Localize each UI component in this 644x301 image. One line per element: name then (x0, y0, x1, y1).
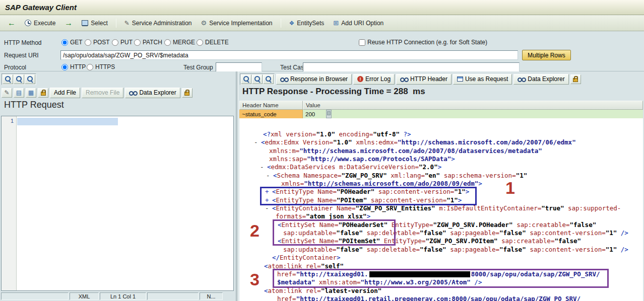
method-radio-get[interactable]: GET (61, 39, 83, 46)
search-button[interactable] (3, 74, 13, 84)
glasses-icon (518, 77, 526, 82)
method-radio-post[interactable]: POST (85, 39, 110, 46)
insert-row-button[interactable]: ▤ (14, 88, 24, 98)
xml-line: href="http://txaixegd01.retail.pregenera… (251, 295, 643, 301)
select-button[interactable]: Select (78, 17, 111, 29)
xml-token: xml version= (271, 130, 316, 138)
xml-token: Schema Namespace= (277, 172, 342, 179)
find-button[interactable] (14, 74, 24, 84)
xml-token: sap:supported- (564, 204, 621, 212)
request-data-explorer-button[interactable]: Data Explorer (125, 88, 180, 98)
forward-button[interactable]: → (61, 17, 76, 29)
xml-token: sap:creatable= (498, 237, 555, 245)
header-name-cell[interactable]: ~status_code (239, 110, 303, 118)
protocol-radio-http-input[interactable] (61, 64, 68, 70)
back-button[interactable]: ← (4, 17, 19, 29)
xml-token: /> (617, 229, 628, 237)
expand-node-icon[interactable]: + (265, 188, 272, 196)
method-radio-post-input[interactable] (85, 39, 91, 46)
xml-token: sap:content-version= (526, 246, 606, 253)
column-header-name[interactable]: Header Name (239, 101, 303, 110)
method-radio-put-input[interactable] (112, 39, 118, 46)
response-xml-body[interactable]: <?xml version="1.0" encoding="utf-8" ?>-… (239, 118, 643, 301)
add-file-button[interactable]: Add File (50, 88, 80, 98)
xml-line: <atom:link rel="self" (251, 262, 643, 270)
collapse-node-icon[interactable]: - (254, 138, 261, 146)
collapse-node-icon[interactable]: - (266, 172, 273, 180)
xml-token: < (261, 138, 265, 146)
find-button[interactable] (252, 74, 263, 84)
method-label-delete: DELETE (205, 39, 229, 46)
method-radio-merge-input[interactable] (164, 39, 171, 46)
service-implementation-button[interactable]: ⚙Service Implementation (198, 17, 276, 29)
error-log-label: Error Log (365, 76, 391, 83)
request-panel-title: HTTP Request (4, 100, 64, 110)
method-radio-delete[interactable]: DELETE (197, 39, 229, 46)
select-label: Select (91, 20, 107, 27)
test-group-input[interactable] (216, 62, 262, 72)
execute-button[interactable]: Execute (21, 17, 59, 29)
find-next-button[interactable] (263, 74, 274, 84)
xml-token: < (278, 237, 282, 245)
error-log-button[interactable]: Error Log (353, 74, 395, 85)
xml-token: xmlns= (281, 180, 304, 187)
monitor-icon (82, 20, 88, 26)
method-radio-get-input[interactable] (61, 39, 68, 46)
statusbar-format: XML (70, 292, 99, 300)
collapse-node-icon[interactable]: - (265, 204, 272, 212)
toolbar-separator (116, 19, 116, 28)
collapse-node-icon[interactable]: - (260, 163, 267, 171)
xml-token: "false" (420, 246, 446, 253)
protocol-radio-http[interactable]: HTTP (61, 63, 86, 70)
search-icon (5, 76, 12, 83)
statusbar-truncated: N... (200, 292, 223, 300)
method-label-patch: PATCH (143, 39, 162, 46)
method-radio-put[interactable]: PUT (112, 39, 133, 46)
find-next-button[interactable] (25, 74, 35, 84)
clock-icon (25, 20, 31, 26)
xml-line: -<edmx:Edmx Version="1.0" xmlns:edmx="ht… (251, 138, 643, 146)
protocol-radio-https-input[interactable] (87, 64, 93, 70)
entitysets-button[interactable]: ❖EntitySets (286, 17, 328, 29)
xml-token: "ZGW_PO_SRV.POItem" (426, 237, 498, 245)
xml-token: > (367, 212, 371, 220)
method-radio-merge[interactable]: MERGE (164, 39, 195, 46)
xml-token: "ZGW_PO_SRV.POHeader" (433, 221, 513, 229)
lock-button[interactable] (38, 88, 48, 98)
request-editor[interactable]: 1 (1, 116, 234, 291)
copy-row-button[interactable]: ▦ (26, 88, 36, 98)
response-in-browser-button[interactable]: Response in Browser (276, 74, 352, 85)
redaction-bar (369, 271, 470, 277)
request-lock-button[interactable] (182, 88, 192, 98)
xml-token: "true" (541, 204, 564, 212)
gear-icon: ⚙ (201, 20, 207, 26)
expand-node-icon[interactable]: + (265, 196, 272, 204)
method-radio-delete-input[interactable] (197, 39, 203, 46)
xml-token: sap:content-version= (374, 188, 454, 195)
add-uri-option-label: Add URI Option (341, 20, 383, 27)
request-uri-input[interactable] (60, 50, 518, 60)
xml-token: xmlns:sap= (269, 155, 307, 163)
table-scrollbar[interactable] (326, 110, 332, 118)
add-uri-option-button[interactable]: ⊞Add URI Option (330, 17, 387, 29)
xml-line: href="http://txaixegd01.8000/sap/opu/oda… (251, 270, 643, 278)
service-administration-button[interactable]: ✎Service Administration (121, 17, 196, 29)
xml-token: "false" (570, 221, 597, 229)
search-button[interactable] (241, 74, 251, 84)
multiple-rows-button[interactable]: Multiple Rows (522, 50, 571, 60)
method-radio-patch[interactable]: PATCH (134, 39, 162, 46)
xml-token: "ZGW_PO_SRV" (341, 172, 387, 179)
reuse-connection-checkbox-input[interactable] (359, 39, 365, 46)
http-header-button[interactable]: HTTP Header (396, 74, 452, 85)
reuse-connection-checkbox[interactable]: Reuse HTTP Connection (e.g. for Soft Sta… (359, 39, 487, 46)
protocol-radio-https[interactable]: HTTPS (87, 63, 115, 70)
response-data-explorer-button[interactable]: Data Explorer (513, 74, 568, 85)
test-case-input[interactable] (303, 62, 520, 72)
column-header-value[interactable]: Value (303, 101, 643, 110)
edit-button[interactable]: ✎ (2, 88, 12, 98)
editor-statusbar: XML Ln 1 Col 1 N... (0, 292, 236, 301)
response-lock-button[interactable] (570, 74, 581, 84)
method-radio-patch-input[interactable] (134, 39, 141, 46)
use-as-request-button[interactable]: Use as Request (453, 74, 512, 85)
data-explorer-label: Data Explorer (528, 76, 564, 83)
